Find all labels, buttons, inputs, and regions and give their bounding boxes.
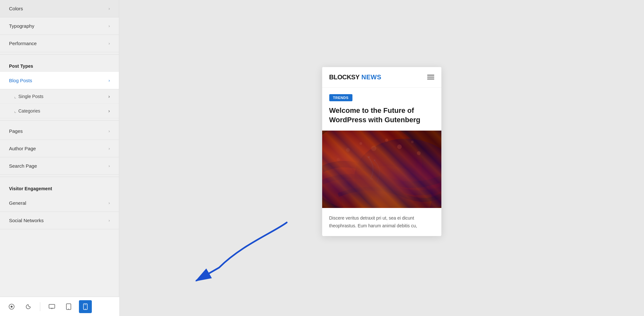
svg-point-13 [354,139,441,208]
sidebar-item-single-posts[interactable]: ⌞ Single Posts › [0,89,119,104]
sidebar-item-label: Blog Posts [9,78,32,83]
preview-title: Welcome to the Future of WordPress with … [329,106,434,125]
chevron-right-icon: › [109,41,110,46]
preview-content: TRENDS Welcome to the Future of WordPres… [322,88,441,125]
svg-point-1 [11,306,13,308]
sidebar-item-label: Performance [9,41,37,46]
sidebar-item-label: Single Posts [18,94,108,99]
sidebar-item-typography[interactable]: Typography › [0,17,119,35]
sidebar-item-search-page[interactable]: Search Page › [0,157,119,175]
svg-point-6 [68,309,69,309]
sidebar-item-label: Social Networks [9,218,44,223]
svg-point-19 [397,144,402,149]
section-title-visitor-engagement: Visitor Engagement [0,179,119,194]
sidebar-item-label: Colors [9,6,23,11]
sidebar-item-label: Pages [9,128,23,134]
preview-excerpt: Discere veritus detraxit pri ut, sea ei … [322,208,441,236]
preview-badge: TRENDS [329,94,352,101]
tablet-view-button[interactable] [62,300,75,313]
svg-rect-2 [49,304,55,308]
svg-point-24 [368,156,370,158]
sidebar-item-general[interactable]: General › [0,194,119,212]
sidebar-item-blog-posts[interactable]: Blog Posts › [0,72,119,89]
sidebar-item-label: General [9,200,26,206]
sidebar-item-label: Categories [18,108,108,114]
main-content: BLOCKSY NEWS TRENDS Welcome to the Futur… [119,0,644,316]
sidebar-item-author-page[interactable]: Author Page › [0,140,119,157]
preview-logo: BLOCKSY NEWS [329,74,381,81]
sidebar-item-pages[interactable]: Pages › [0,123,119,140]
sidebar-item-label: Author Page [9,146,36,151]
arrow-annotation [177,219,300,290]
sidebar-sub-indent: ⌞ [14,94,16,99]
sidebar-sub-indent: ⌞ [14,108,16,114]
sidebar-item-categories[interactable]: ⌞ Categories › [0,104,119,118]
chevron-right-icon: › [109,6,110,11]
logo-blocksy: BLOCKSY [329,74,360,81]
preview-image [322,131,441,208]
svg-point-23 [350,168,352,170]
svg-point-16 [360,142,362,145]
bottom-toolbar [0,297,119,316]
chevron-right-icon: › [109,129,110,133]
chevron-right-icon: › [109,201,110,205]
toolbar-separator [40,302,40,311]
chevron-right-icon: › [109,218,110,223]
svg-point-26 [371,178,373,180]
chevron-right-icon: › [108,94,110,99]
svg-point-12 [322,131,422,208]
svg-point-22 [337,158,340,161]
chevron-right-icon: › [109,24,110,28]
svg-point-21 [417,151,421,155]
svg-point-15 [346,148,350,152]
sidebar-scroll: Colors › Typography › Performance › Post… [0,0,119,316]
chevron-right-icon: › [109,146,110,151]
svg-point-8 [85,309,86,309]
desktop-view-button[interactable] [45,300,58,313]
logo-news: NEWS [361,74,381,81]
sidebar-item-social-networks[interactable]: Social Networks › [0,212,119,229]
section-title-post-types: Post Types [0,56,119,72]
sidebar: Colors › Typography › Performance › Post… [0,0,119,316]
mobile-preview: BLOCKSY NEWS TRENDS Welcome to the Futur… [322,67,441,236]
sidebar-item-performance[interactable]: Performance › [0,35,119,52]
svg-point-17 [371,146,376,151]
sidebar-item-colors[interactable]: Colors › [0,0,119,17]
dark-mode-button[interactable] [22,300,35,313]
preview-header: BLOCKSY NEWS [322,67,441,88]
chevron-right-icon: › [109,78,110,83]
svg-point-20 [411,141,414,143]
chevron-right-icon: › [108,108,110,114]
svg-point-25 [374,160,375,161]
chevron-right-icon: › [109,163,110,168]
sidebar-item-label: Search Page [9,163,37,169]
menu-hamburger-icon [427,75,434,79]
divider [0,177,119,177]
svg-point-18 [385,139,388,142]
sidebar-item-label: Typography [9,23,34,29]
svg-point-14 [341,166,432,208]
svg-rect-11 [322,131,441,208]
mobile-view-button[interactable] [79,300,92,313]
options-button[interactable] [5,300,18,313]
divider [0,120,119,121]
divider [0,54,119,54]
